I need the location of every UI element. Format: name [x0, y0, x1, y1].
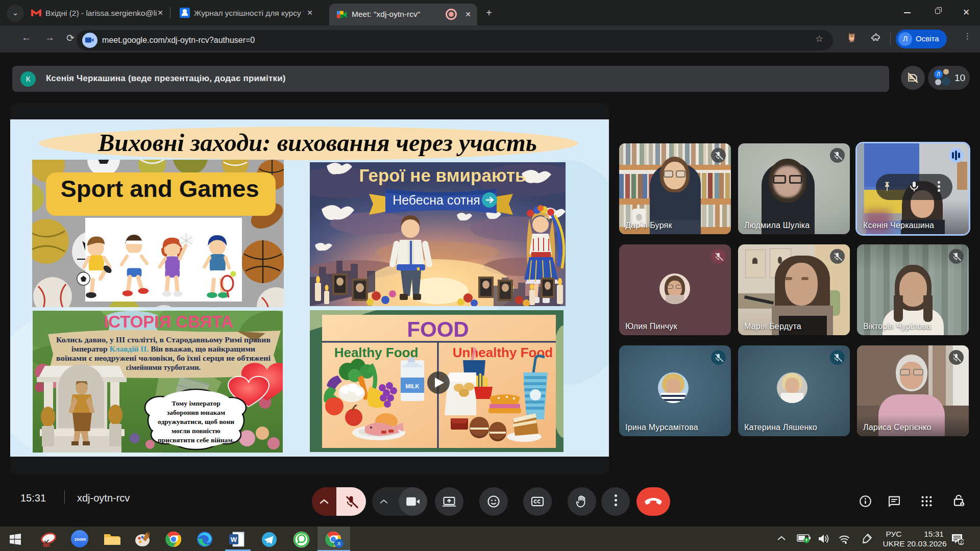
svg-text:воїнами є неодружені чоловіки,: воїнами є неодружені чоловіки, бо їхні с…: [56, 354, 271, 362]
svg-text:Healthy Food: Healthy Food: [334, 345, 419, 360]
svg-text:FOOD: FOOD: [407, 317, 469, 341]
svg-text:могли повністю: могли повністю: [172, 427, 220, 435]
svg-text:одружуватися, щоб вони: одружуватися, щоб вони: [158, 418, 234, 425]
svg-text:Герої не вмирають: Герої не вмирають: [359, 165, 526, 185]
svg-text:ІСТОРІЯ СВЯТА: ІСТОРІЯ СВЯТА: [104, 312, 233, 331]
svg-text:присвятити себе війнам.: присвятити себе війнам.: [158, 436, 234, 444]
svg-text:імператор Клавдій II. Він вваж: імператор Клавдій II. Він вважав, що най…: [71, 345, 255, 353]
svg-text:MILK: MILK: [406, 383, 420, 389]
svg-text:Небесна сотня: Небесна сотня: [393, 193, 480, 207]
svg-text:Unhealthy Food: Unhealthy Food: [453, 345, 553, 360]
svg-text:Виховні заходи: виховання чере: Виховні заходи: виховання через участь: [97, 129, 537, 156]
svg-text:W: W: [231, 536, 237, 543]
svg-text:сімейними турботами.: сімейними турботами.: [126, 363, 201, 371]
svg-text:2: 2: [960, 540, 963, 545]
svg-text:Тому імператор: Тому імператор: [172, 399, 220, 407]
svg-text:Колись давно, у III столітті,: Колись давно, у III столітті, в Стародав…: [56, 336, 271, 344]
svg-text:заборонив юнакам: заборонив юнакам: [167, 409, 225, 416]
svg-text:Sport and Games: Sport and Games: [60, 175, 259, 202]
